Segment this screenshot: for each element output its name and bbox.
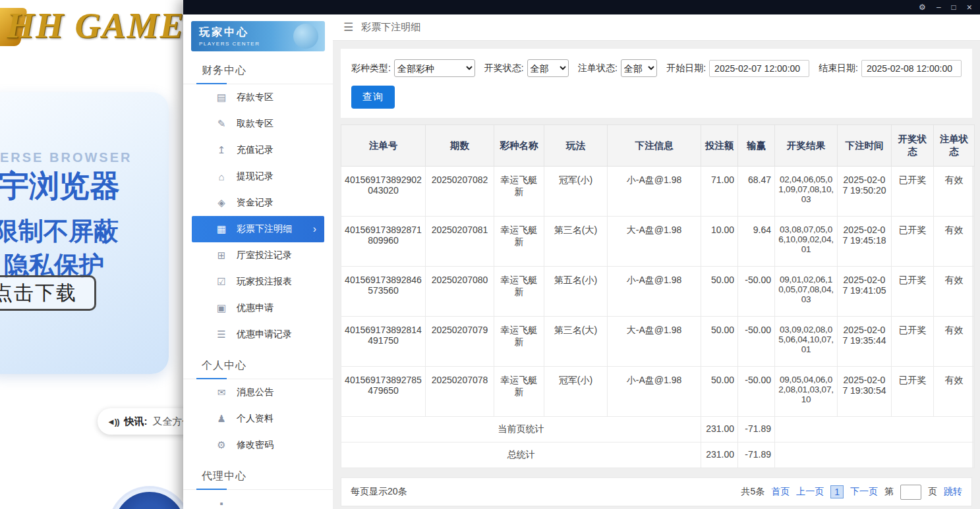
cell-period: 20250207082	[426, 167, 494, 217]
speaker-icon: ◄))	[107, 417, 119, 427]
page-total-win-loss: -71.89	[738, 417, 775, 442]
jump-button[interactable]: 跳转	[944, 486, 962, 498]
cell-result: 02,04,06,05,01,09,07,08,10,03	[775, 167, 838, 217]
sidebar-item-label: 玩家投注报表	[237, 276, 292, 288]
sidebar-item-label: 充值记录	[237, 144, 274, 156]
cell-order-status: 有效	[934, 217, 975, 267]
cell-order-no: 401569173892902043020	[341, 167, 426, 217]
cell-bet-time: 2025-02-07 19:35:44	[838, 317, 892, 367]
page-total-amount: 231.00	[701, 417, 738, 442]
order-status-label: 注单状态:	[578, 63, 618, 74]
sidebar-item-withdraw-records[interactable]: ⌂ 提现记录	[192, 163, 324, 190]
cell-draw-status: 已开奖	[892, 267, 934, 317]
globe-decoration-icon	[293, 24, 318, 49]
promo-title: 宇浏览器	[0, 166, 120, 207]
cell-bet-info: 大-A盘@1.98	[608, 217, 701, 267]
page-jump-input[interactable]	[900, 485, 921, 500]
sidebar-item-funds-records[interactable]: ◈ 资金记录	[192, 190, 324, 216]
total-count-label: 共5条	[741, 486, 764, 498]
sidebar: 玩家中心 PLAYERS CENTER 财务中心 ▤ 存款专区 ✎ 取款专区 ↥…	[183, 14, 333, 509]
start-date-input[interactable]	[709, 60, 809, 77]
cell-win-loss: 68.47	[738, 167, 775, 217]
sidebar-item-lottery-bet-details[interactable]: ▦ 彩票下注明细 ›	[192, 216, 324, 242]
hamburger-menu-icon[interactable]: ☰	[343, 20, 353, 34]
col-bet-info: 下注信息	[608, 125, 701, 167]
cell-order-status: 有效	[934, 367, 975, 417]
page-prefix-label: 第	[884, 486, 894, 498]
section-personal-center: 个人中心	[183, 353, 333, 379]
table-row: 401569173892785479650 20250207078 幸运飞艇新 …	[341, 367, 975, 417]
col-order-no: 注单号	[341, 125, 426, 167]
cell-win-loss: 9.64	[738, 217, 775, 267]
cell-lottery: 幸运飞艇新	[494, 317, 544, 367]
site-logo: HH GAME	[7, 5, 185, 46]
col-period: 期数	[426, 125, 494, 167]
cell-period: 20250207078	[426, 367, 494, 417]
main-content: ☰ 彩票下注明细 彩种类型: 全部彩种 开奖状态: 全部	[333, 14, 980, 509]
cell-play: 冠军(小)	[544, 367, 608, 417]
cell-lottery: 幸运飞艇新	[494, 267, 544, 317]
col-draw-status: 开奖状态	[892, 125, 934, 167]
password-icon: ⚙	[216, 439, 227, 451]
download-button-label: 点击下载	[0, 280, 77, 307]
promo-apply-icon: ▣	[216, 302, 227, 314]
minimize-icon[interactable]: –	[937, 3, 941, 11]
cell-period: 20250207081	[426, 217, 494, 267]
lottery-type-select[interactable]: 全部彩种	[394, 59, 475, 77]
col-win-loss: 输赢	[738, 125, 775, 167]
cell-bet-time: 2025-02-07 19:50:20	[838, 167, 892, 217]
sidebar-item-hall-bet-records[interactable]: ⊞ 厅室投注记录	[192, 242, 324, 269]
promo-feature-1: 限制不屏蔽	[0, 215, 119, 248]
section-finance-center: 财务中心	[183, 58, 333, 84]
sidebar-item-label: 彩票下注明细	[237, 223, 292, 235]
cell-draw-status: 已开奖	[892, 367, 934, 417]
per-page-label: 每页显示20条	[351, 486, 407, 498]
cell-win-loss: -50.00	[738, 317, 775, 367]
grand-total-win-loss: -71.89	[738, 442, 775, 468]
first-page-link[interactable]: 首页	[771, 486, 790, 498]
search-button[interactable]: 查询	[351, 86, 395, 109]
sidebar-item-withdraw-zone[interactable]: ✎ 取款专区	[192, 111, 324, 137]
sidebar-item-deposit-zone[interactable]: ▤ 存款专区	[192, 84, 324, 111]
cell-bet-info: 小-A盘@1.98	[608, 267, 701, 317]
grand-total-row: 总统计 231.00 -71.89	[341, 442, 975, 468]
cell-period: 20250207080	[426, 267, 494, 317]
sidebar-item-promo-apply-records[interactable]: ☰ 优惠申请记录	[192, 321, 324, 348]
promo-records-icon: ☰	[216, 329, 227, 340]
sidebar-item-promo-apply[interactable]: ▣ 优惠申请	[192, 295, 324, 321]
order-status-select[interactable]: 全部	[621, 59, 657, 77]
cell-win-loss: -50.00	[738, 267, 775, 317]
sidebar-item-message-announcements[interactable]: ✉ 消息公告	[192, 379, 324, 406]
close-icon[interactable]: ×	[967, 3, 972, 12]
gear-icon[interactable]: ⚙	[919, 3, 926, 11]
sidebar-item-partial[interactable]: ▪	[192, 490, 324, 509]
recharge-icon: ↥	[216, 144, 227, 156]
sidebar-item-player-bet-report[interactable]: ☑ 玩家投注报表	[192, 269, 324, 295]
page-number-current[interactable]: 1	[830, 485, 844, 498]
draw-status-select[interactable]: 全部	[527, 59, 569, 77]
message-icon: ✉	[216, 387, 227, 398]
sidebar-item-recharge-records[interactable]: ↥ 充值记录	[192, 137, 324, 163]
next-page-link[interactable]: 下一页	[850, 486, 878, 498]
sidebar-item-label: 修改密码	[237, 439, 274, 451]
prev-page-link[interactable]: 上一页	[796, 486, 824, 498]
bets-table-card: 注单号 期数 彩种名称 玩法 下注信息 投注额 输赢 开奖结果 下注时间 开	[341, 124, 972, 468]
maximize-icon[interactable]: □	[952, 3, 956, 11]
cell-lottery: 幸运飞艇新	[494, 167, 544, 217]
cell-result: 09,01,02,06,10,05,07,08,04,03	[775, 267, 838, 317]
col-order-status: 注单状态	[934, 125, 975, 167]
cell-lottery: 幸运飞艇新	[494, 217, 544, 267]
grand-total-empty	[775, 442, 975, 468]
filter-panel: 彩种类型: 全部彩种 开奖状态: 全部 注单状态: 全部	[341, 49, 972, 118]
sidebar-item-label: 资金记录	[237, 197, 274, 209]
screen: HH GAME ERSE BROWSER 宇浏览器 限制不屏蔽 隐私保护 点击下…	[0, 0, 980, 509]
cell-draw-status: 已开奖	[892, 167, 934, 217]
cell-draw-status: 已开奖	[892, 217, 934, 267]
download-button[interactable]: 点击下载	[0, 275, 96, 311]
cell-bet-time: 2025-02-07 19:41:05	[838, 267, 892, 317]
sidebar-item-personal-profile[interactable]: ♟ 个人资料	[192, 406, 324, 432]
end-date-input[interactable]	[861, 60, 962, 77]
sidebar-item-change-password[interactable]: ⚙ 修改密码	[192, 432, 324, 458]
ticker-label: 快讯:	[125, 415, 148, 428]
table-row: 401569173892871809960 20250207081 幸运飞艇新 …	[341, 217, 975, 267]
